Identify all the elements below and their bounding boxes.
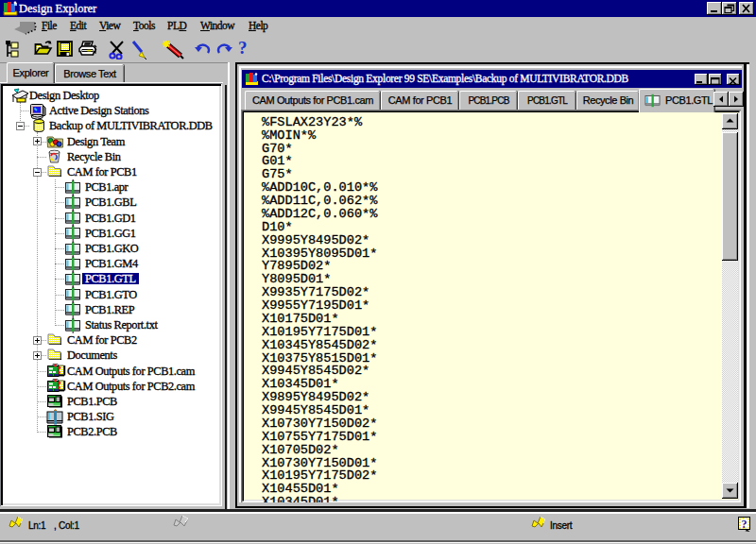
svg-text:?: ? <box>742 518 747 531</box>
